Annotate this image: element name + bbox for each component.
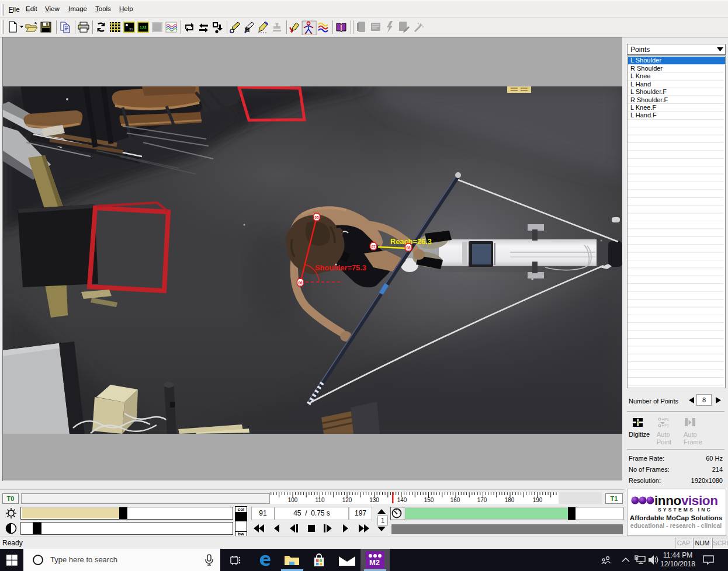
svg-text:123: 123 <box>140 26 147 30</box>
svg-text:07: 07 <box>371 245 376 249</box>
svg-text:P2: P2 <box>664 424 669 427</box>
svg-text:innovision: innovision <box>654 493 718 508</box>
svg-text:08: 08 <box>406 246 411 250</box>
svg-text:150: 150 <box>424 497 434 503</box>
svg-text:130: 130 <box>369 497 379 503</box>
svg-text:06: 06 <box>298 281 303 285</box>
svg-text:SYSTEMS INC: SYSTEMS INC <box>658 507 712 513</box>
svg-text:31: 31 <box>129 27 133 31</box>
svg-text:120: 120 <box>342 497 352 503</box>
svg-text:Shoulder=75.3: Shoulder=75.3 <box>315 263 366 272</box>
svg-text:educational - research - clini: educational - research - clinical <box>630 522 722 529</box>
svg-text:P1: P1 <box>664 417 669 422</box>
svg-text:110: 110 <box>316 497 325 503</box>
svg-text:100: 100 <box>288 497 298 503</box>
svg-text:05: 05 <box>314 215 319 220</box>
svg-text:160: 160 <box>450 497 460 503</box>
svg-text:180: 180 <box>505 497 515 503</box>
svg-text:170: 170 <box>477 497 487 503</box>
svg-text:M2: M2 <box>369 558 380 566</box>
svg-text:190: 190 <box>533 497 543 503</box>
svg-text:140: 140 <box>397 497 407 503</box>
svg-text:Affordable MoCap Solutions: Affordable MoCap Solutions <box>630 514 723 522</box>
